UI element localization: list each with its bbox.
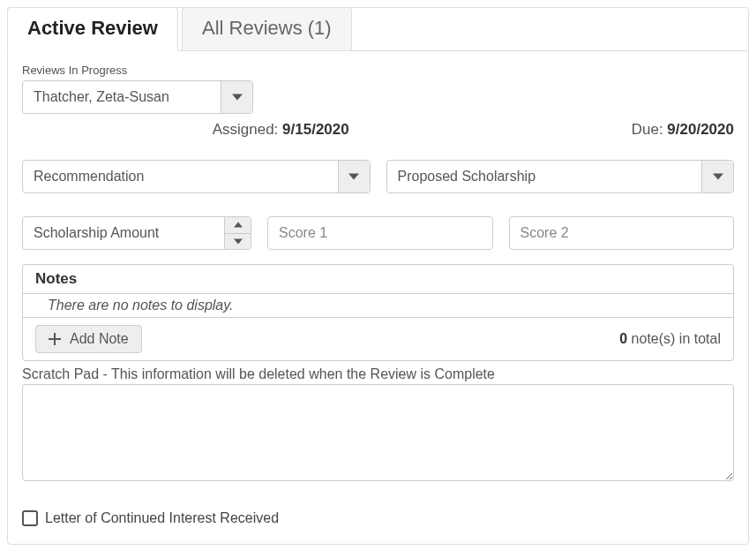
notes-header: Notes [23, 265, 733, 294]
add-note-button[interactable]: Add Note [35, 325, 142, 353]
notes-footer: Add Note 0 note(s) in total [23, 318, 733, 360]
recommendation-select[interactable]: Recommendation [22, 160, 371, 193]
chevron-down-icon [701, 161, 733, 192]
assigned-pair: Assigned: 9/15/2020 [213, 121, 349, 139]
due-value: 9/20/2020 [667, 121, 734, 138]
stepper-placeholder: Scholarship Amount [23, 217, 224, 249]
due-pair: Due: 9/20/2020 [632, 121, 734, 139]
chevron-down-icon [221, 81, 252, 113]
tab-all-reviews[interactable]: All Reviews (1) [182, 7, 352, 51]
select-value: Thatcher, Zeta-Susan [23, 89, 221, 105]
step-up-button[interactable] [225, 217, 251, 233]
loci-label: Letter of Continued Interest Received [45, 510, 279, 526]
assignment-dates: Assigned: 9/15/2020 Due: 9/20/2020 [22, 121, 734, 139]
reviews-in-progress-select[interactable]: Thatcher, Zeta-Susan [22, 80, 253, 114]
select-placeholder: Recommendation [23, 169, 338, 185]
score-1-input[interactable] [267, 216, 493, 250]
active-review-panel: Active Review All Reviews (1) Reviews In… [7, 7, 749, 545]
note-count: 0 note(s) in total [619, 331, 721, 347]
note-count-number: 0 [619, 331, 627, 346]
step-down-button[interactable] [225, 233, 251, 250]
tab-body: Reviews In Progress Thatcher, Zeta-Susan… [8, 50, 748, 544]
score-2-input[interactable] [509, 216, 735, 250]
tab-label: Active Review [27, 17, 158, 39]
select-placeholder: Proposed Scholarship [387, 169, 702, 185]
chevron-down-icon [338, 161, 370, 192]
scratch-pad-label: Scratch Pad - This information will be d… [22, 366, 734, 382]
row-amount-scores: Scholarship Amount [22, 216, 734, 250]
assigned-label: Assigned: [213, 121, 282, 138]
note-count-suffix: note(s) in total [627, 331, 721, 346]
stepper-buttons [224, 217, 251, 249]
assigned-value: 9/15/2020 [282, 121, 349, 138]
notes-section: Notes There are no notes to display. Add… [22, 264, 734, 361]
scratch-pad-textarea[interactable] [22, 384, 734, 481]
reviews-in-progress-label: Reviews In Progress [22, 64, 734, 77]
tabs: Active Review All Reviews (1) [7, 7, 748, 51]
tab-label: All Reviews (1) [202, 17, 332, 39]
tab-active-review[interactable]: Active Review [7, 7, 178, 51]
add-note-label: Add Note [70, 331, 129, 347]
notes-empty-message: There are no notes to display. [23, 294, 733, 318]
row-recommendation-proposed: Recommendation Proposed Scholarship [22, 160, 734, 193]
scholarship-amount-stepper[interactable]: Scholarship Amount [22, 216, 251, 250]
proposed-scholarship-select[interactable]: Proposed Scholarship [386, 160, 735, 193]
loci-checkbox[interactable] [22, 510, 38, 526]
plus-icon [49, 333, 61, 345]
due-label: Due: [632, 121, 668, 138]
loci-row: Letter of Continued Interest Received [22, 510, 734, 526]
